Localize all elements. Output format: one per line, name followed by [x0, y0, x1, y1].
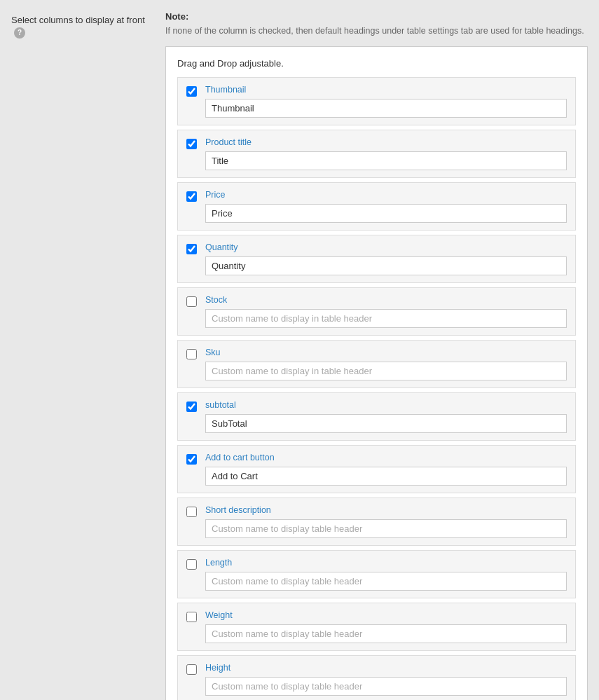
field-group-height: Height	[205, 663, 567, 696]
columns-list: ThumbnailProduct titlePriceQuantityStock…	[177, 77, 576, 700]
column-checkbox-wrap-product-title	[186, 139, 197, 151]
column-row: Price	[177, 182, 576, 231]
field-label-stock: Stock	[205, 295, 567, 305]
field-label-thumbnail: Thumbnail	[205, 85, 567, 95]
field-input-stock[interactable]	[205, 309, 567, 328]
field-group-price: Price	[205, 190, 567, 223]
field-label-sku: Sku	[205, 348, 567, 357]
note-title: Note:	[165, 11, 588, 22]
column-checkbox-wrap-quantity	[186, 244, 197, 256]
columns-container: Drag and Drop adjustable. ThumbnailProdu…	[165, 46, 588, 700]
field-input-thumbnail[interactable]	[205, 99, 567, 118]
field-group-thumbnail: Thumbnail	[205, 85, 567, 118]
field-label-short-description: Short description	[205, 505, 567, 515]
column-row: Stock	[177, 287, 576, 336]
column-checkbox-wrap-sku	[186, 349, 197, 362]
column-checkbox-wrap-height	[186, 664, 197, 677]
column-checkbox-stock[interactable]	[186, 296, 197, 307]
field-input-product-title[interactable]	[205, 151, 567, 170]
field-group-subtotal: subtotal	[205, 400, 567, 433]
field-group-weight: Weight	[205, 610, 567, 643]
column-checkbox-wrap-weight	[186, 612, 197, 624]
column-checkbox-wrap-subtotal	[186, 402, 197, 414]
field-label-subtotal: subtotal	[205, 400, 567, 410]
field-input-short-description[interactable]	[205, 519, 567, 538]
column-checkbox-weight[interactable]	[186, 612, 197, 622]
help-icon[interactable]: ?	[14, 27, 25, 39]
column-row: Add to cart button	[177, 445, 576, 493]
column-checkbox-wrap-thumbnail	[186, 86, 197, 99]
field-input-weight[interactable]	[205, 624, 567, 643]
note-box: Note: If none of the column is checked, …	[165, 11, 588, 38]
field-group-stock: Stock	[205, 295, 567, 328]
field-label-quantity: Quantity	[205, 242, 567, 252]
column-row: Sku	[177, 340, 576, 388]
field-input-quantity[interactable]	[205, 256, 567, 275]
field-label-height: Height	[205, 663, 567, 673]
field-group-add-to-cart: Add to cart button	[205, 453, 567, 486]
field-input-price[interactable]	[205, 204, 567, 223]
column-checkbox-wrap-add-to-cart	[186, 454, 197, 467]
field-label-add-to-cart: Add to cart button	[205, 453, 567, 462]
right-panel: Note: If none of the column is checked, …	[165, 11, 588, 700]
column-row: Short description	[177, 497, 576, 546]
column-row: Weight	[177, 603, 576, 651]
field-group-sku: Sku	[205, 348, 567, 380]
column-checkbox-wrap-short-description	[186, 507, 197, 519]
field-group-short-description: Short description	[205, 505, 567, 538]
column-checkbox-short-description[interactable]	[186, 507, 197, 517]
column-row: Product title	[177, 130, 576, 178]
column-checkbox-quantity[interactable]	[186, 244, 197, 254]
panel-label: Select columns to display at front	[11, 15, 145, 25]
column-row: subtotal	[177, 392, 576, 441]
column-checkbox-price[interactable]	[186, 191, 197, 202]
drag-note: Drag and Drop adjustable.	[177, 58, 576, 69]
field-input-length[interactable]	[205, 572, 567, 591]
field-group-length: Length	[205, 558, 567, 591]
field-label-price: Price	[205, 190, 567, 200]
column-checkbox-add-to-cart[interactable]	[186, 454, 197, 465]
field-input-height[interactable]	[205, 677, 567, 696]
field-input-sku[interactable]	[205, 362, 567, 380]
left-panel: Select columns to display at front ?	[11, 11, 151, 700]
column-checkbox-sku[interactable]	[186, 349, 197, 359]
column-checkbox-thumbnail[interactable]	[186, 86, 197, 97]
column-row: Thumbnail	[177, 77, 576, 125]
column-checkbox-wrap-length	[186, 559, 197, 572]
field-input-subtotal[interactable]	[205, 414, 567, 433]
field-label-weight: Weight	[205, 610, 567, 620]
column-checkbox-subtotal[interactable]	[186, 402, 197, 412]
column-checkbox-height[interactable]	[186, 664, 197, 675]
field-input-add-to-cart[interactable]	[205, 467, 567, 486]
column-row: Height	[177, 655, 576, 700]
column-checkbox-wrap-stock	[186, 296, 197, 309]
field-group-product-title: Product title	[205, 137, 567, 170]
field-label-product-title: Product title	[205, 137, 567, 147]
column-checkbox-product-title[interactable]	[186, 139, 197, 149]
column-row: Length	[177, 550, 576, 598]
field-label-length: Length	[205, 558, 567, 568]
field-group-quantity: Quantity	[205, 242, 567, 275]
note-text: If none of the column is checked, then d…	[165, 25, 588, 38]
column-checkbox-wrap-price	[186, 191, 197, 204]
column-row: Quantity	[177, 235, 576, 283]
column-checkbox-length[interactable]	[186, 559, 197, 570]
